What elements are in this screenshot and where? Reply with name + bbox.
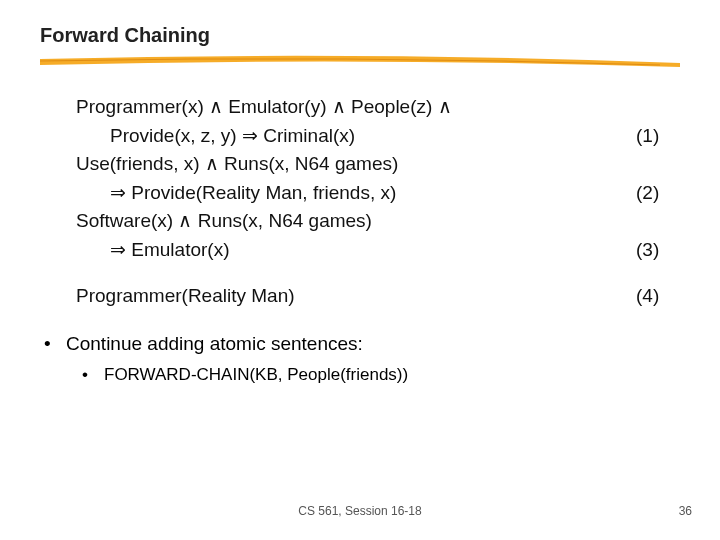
- rule-number: (3): [636, 236, 680, 265]
- brush-stroke-icon: [40, 55, 680, 69]
- spacer: [76, 264, 680, 282]
- rule-text: Use(friends, x) ∧ Runs(x, N64 games): [76, 150, 680, 179]
- rule-number: (1): [636, 122, 680, 151]
- bullet-level-1: • Continue adding atomic sentences:: [44, 333, 680, 355]
- slide: Forward Chaining Programmer(x) ∧ Emulato…: [0, 0, 720, 540]
- rules-block: Programmer(x) ∧ Emulator(y) ∧ People(z) …: [76, 93, 680, 311]
- bullet-dot-icon: •: [44, 333, 66, 355]
- rule-text: ⇒ Provide(Reality Man, friends, x): [110, 179, 636, 208]
- rule-text: Programmer(x) ∧ Emulator(y) ∧ People(z) …: [76, 93, 680, 122]
- rule-number: (4): [636, 282, 680, 311]
- rule-3-line-1: Software(x) ∧ Runs(x, N64 games): [76, 207, 680, 236]
- rule-1-line-1: Programmer(x) ∧ Emulator(y) ∧ People(z) …: [76, 93, 680, 122]
- footer-center: CS 561, Session 16-18: [0, 504, 720, 518]
- bullet-text: Continue adding atomic sentences:: [66, 333, 363, 355]
- rule-2-line-2: ⇒ Provide(Reality Man, friends, x) (2): [76, 179, 680, 208]
- slide-title: Forward Chaining: [40, 24, 680, 47]
- bullet-dot-icon: •: [82, 365, 104, 385]
- title-underline: [40, 55, 680, 69]
- bullet-text: FORWARD-CHAIN(KB, People(friends)): [104, 365, 408, 385]
- rule-1-line-2: Provide(x, z, y) ⇒ Criminal(x) (1): [76, 122, 680, 151]
- rule-number: (2): [636, 179, 680, 208]
- rule-text: Programmer(Reality Man): [76, 282, 636, 311]
- rule-3-line-2: ⇒ Emulator(x) (3): [76, 236, 680, 265]
- rule-text: Provide(x, z, y) ⇒ Criminal(x): [110, 122, 636, 151]
- rule-text: Software(x) ∧ Runs(x, N64 games): [76, 207, 680, 236]
- page-number: 36: [679, 504, 692, 518]
- bullet-level-2: • FORWARD-CHAIN(KB, People(friends)): [82, 365, 680, 385]
- rule-text: ⇒ Emulator(x): [110, 236, 636, 265]
- rule-4: Programmer(Reality Man) (4): [76, 282, 680, 311]
- bullet-list: • Continue adding atomic sentences: • FO…: [40, 333, 680, 385]
- rule-2-line-1: Use(friends, x) ∧ Runs(x, N64 games): [76, 150, 680, 179]
- slide-footer: CS 561, Session 16-18 36: [0, 504, 720, 518]
